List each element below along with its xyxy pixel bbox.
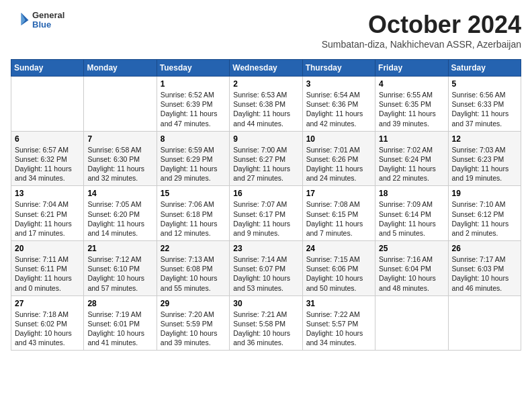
day-info: Sunrise: 6:53 AM Sunset: 6:38 PM Dayligh… [233, 90, 298, 128]
day-info: Sunrise: 7:22 AM Sunset: 5:57 PM Dayligh… [306, 310, 371, 348]
day-number: 10 [306, 134, 371, 144]
calendar-cell: 26Sunrise: 7:17 AM Sunset: 6:03 PM Dayli… [448, 241, 521, 296]
month-title: October 2024 [322, 11, 521, 39]
calendar-cell: 27Sunrise: 7:18 AM Sunset: 6:02 PM Dayli… [11, 295, 84, 351]
calendar-cell: 25Sunrise: 7:16 AM Sunset: 6:04 PM Dayli… [375, 241, 448, 296]
day-number: 11 [379, 134, 444, 144]
weekday-header: Thursday [302, 60, 375, 77]
day-info: Sunrise: 6:55 AM Sunset: 6:35 PM Dayligh… [379, 90, 444, 128]
day-info: Sunrise: 6:59 AM Sunset: 6:29 PM Dayligh… [161, 145, 226, 183]
day-number: 23 [233, 244, 298, 253]
day-info: Sunrise: 7:12 AM Sunset: 6:10 PM Dayligh… [87, 255, 152, 293]
subtitle: Sumbatan-diza, Nakhichevan ASSR, Azerbai… [322, 39, 521, 50]
weekday-header: Monday [84, 60, 157, 77]
calendar-cell: 20Sunrise: 7:11 AM Sunset: 6:11 PM Dayli… [11, 241, 84, 296]
day-number: 13 [15, 189, 80, 198]
calendar-cell: 30Sunrise: 7:21 AM Sunset: 5:58 PM Dayli… [230, 295, 302, 351]
day-number: 5 [452, 79, 517, 89]
day-number: 24 [306, 244, 371, 253]
calendar-week-row: 20Sunrise: 7:11 AM Sunset: 6:11 PM Dayli… [11, 241, 521, 296]
calendar-cell: 29Sunrise: 7:20 AM Sunset: 5:59 PM Dayli… [157, 295, 229, 351]
calendar-cell: 12Sunrise: 7:03 AM Sunset: 6:23 PM Dayli… [448, 131, 521, 186]
day-info: Sunrise: 7:04 AM Sunset: 6:21 PM Dayligh… [15, 199, 80, 238]
day-number: 28 [87, 299, 152, 308]
calendar-cell: 5Sunrise: 6:56 AM Sunset: 6:33 PM Daylig… [448, 77, 521, 132]
calendar-cell: 15Sunrise: 7:06 AM Sunset: 6:18 PM Dayli… [157, 186, 229, 241]
weekday-header: Tuesday [157, 60, 229, 77]
day-info: Sunrise: 7:13 AM Sunset: 6:08 PM Dayligh… [161, 255, 226, 293]
day-number: 3 [306, 79, 371, 89]
calendar-cell: 24Sunrise: 7:15 AM Sunset: 6:06 PM Dayli… [302, 241, 375, 296]
day-number: 2 [233, 79, 298, 89]
day-number: 21 [87, 244, 152, 253]
day-info: Sunrise: 6:57 AM Sunset: 6:32 PM Dayligh… [15, 145, 80, 183]
day-info: Sunrise: 7:16 AM Sunset: 6:04 PM Dayligh… [379, 255, 444, 293]
calendar-cell: 1Sunrise: 6:52 AM Sunset: 6:39 PM Daylig… [157, 77, 229, 132]
day-info: Sunrise: 7:18 AM Sunset: 6:02 PM Dayligh… [15, 310, 80, 348]
calendar-week-row: 6Sunrise: 6:57 AM Sunset: 6:32 PM Daylig… [11, 131, 521, 186]
calendar-cell: 22Sunrise: 7:13 AM Sunset: 6:08 PM Dayli… [157, 241, 229, 296]
day-info: Sunrise: 7:17 AM Sunset: 6:03 PM Dayligh… [452, 255, 517, 293]
weekday-header: Wednesday [230, 60, 302, 77]
calendar-cell: 4Sunrise: 6:55 AM Sunset: 6:35 PM Daylig… [375, 77, 448, 132]
calendar-cell: 16Sunrise: 7:07 AM Sunset: 6:17 PM Dayli… [230, 186, 302, 241]
day-info: Sunrise: 7:20 AM Sunset: 5:59 PM Dayligh… [161, 310, 226, 348]
day-info: Sunrise: 7:15 AM Sunset: 6:06 PM Dayligh… [306, 255, 371, 293]
day-number: 29 [161, 299, 226, 308]
day-number: 9 [233, 134, 298, 144]
day-number: 15 [161, 189, 226, 198]
day-info: Sunrise: 7:08 AM Sunset: 6:15 PM Dayligh… [306, 199, 371, 238]
day-number: 6 [15, 134, 80, 144]
calendar-cell: 11Sunrise: 7:02 AM Sunset: 6:24 PM Dayli… [375, 131, 448, 186]
day-number: 19 [452, 189, 517, 198]
calendar-cell: 18Sunrise: 7:09 AM Sunset: 6:14 PM Dayli… [375, 186, 448, 241]
day-info: Sunrise: 7:09 AM Sunset: 6:14 PM Dayligh… [379, 199, 444, 238]
day-info: Sunrise: 7:14 AM Sunset: 6:07 PM Dayligh… [233, 255, 298, 293]
calendar-cell: 2Sunrise: 6:53 AM Sunset: 6:38 PM Daylig… [230, 77, 302, 132]
day-info: Sunrise: 7:10 AM Sunset: 6:12 PM Dayligh… [452, 199, 517, 238]
day-number: 14 [87, 189, 152, 198]
weekday-header: Saturday [448, 60, 521, 77]
calendar-cell: 10Sunrise: 7:01 AM Sunset: 6:26 PM Dayli… [302, 131, 375, 186]
calendar-week-row: 27Sunrise: 7:18 AM Sunset: 6:02 PM Dayli… [11, 295, 521, 351]
calendar-cell: 6Sunrise: 6:57 AM Sunset: 6:32 PM Daylig… [11, 131, 84, 186]
day-number: 8 [161, 134, 226, 144]
calendar-cell: 8Sunrise: 6:59 AM Sunset: 6:29 PM Daylig… [157, 131, 229, 186]
day-info: Sunrise: 6:52 AM Sunset: 6:39 PM Dayligh… [161, 90, 226, 128]
calendar-cell [375, 295, 448, 351]
calendar-cell: 7Sunrise: 6:58 AM Sunset: 6:30 PM Daylig… [84, 131, 157, 186]
day-info: Sunrise: 6:56 AM Sunset: 6:33 PM Dayligh… [452, 90, 517, 128]
day-number: 18 [379, 189, 444, 198]
calendar-cell: 21Sunrise: 7:12 AM Sunset: 6:10 PM Dayli… [84, 241, 157, 296]
calendar-cell: 17Sunrise: 7:08 AM Sunset: 6:15 PM Dayli… [302, 186, 375, 241]
day-info: Sunrise: 7:02 AM Sunset: 6:24 PM Dayligh… [379, 145, 444, 183]
day-info: Sunrise: 6:54 AM Sunset: 6:36 PM Dayligh… [306, 90, 371, 128]
day-number: 17 [306, 189, 371, 198]
calendar-week-row: 1Sunrise: 6:52 AM Sunset: 6:39 PM Daylig… [11, 77, 521, 132]
day-info: Sunrise: 7:11 AM Sunset: 6:11 PM Dayligh… [15, 255, 80, 293]
day-number: 25 [379, 244, 444, 253]
calendar-cell [11, 77, 84, 132]
calendar-cell: 19Sunrise: 7:10 AM Sunset: 6:12 PM Dayli… [448, 186, 521, 241]
day-info: Sunrise: 7:07 AM Sunset: 6:17 PM Dayligh… [233, 199, 298, 238]
calendar-cell [84, 77, 157, 132]
calendar-week-row: 13Sunrise: 7:04 AM Sunset: 6:21 PM Dayli… [11, 186, 521, 241]
calendar-cell: 23Sunrise: 7:14 AM Sunset: 6:07 PM Dayli… [230, 241, 302, 296]
day-info: Sunrise: 7:21 AM Sunset: 5:58 PM Dayligh… [233, 310, 298, 348]
day-info: Sunrise: 7:05 AM Sunset: 6:20 PM Dayligh… [87, 199, 152, 238]
calendar-cell: 3Sunrise: 6:54 AM Sunset: 6:36 PM Daylig… [302, 77, 375, 132]
logo-icon [11, 11, 30, 30]
day-info: Sunrise: 6:58 AM Sunset: 6:30 PM Dayligh… [87, 145, 152, 183]
day-number: 22 [161, 244, 226, 253]
day-number: 16 [233, 189, 298, 198]
day-info: Sunrise: 7:01 AM Sunset: 6:26 PM Dayligh… [306, 145, 371, 183]
day-number: 31 [306, 299, 371, 308]
calendar-cell: 14Sunrise: 7:05 AM Sunset: 6:20 PM Dayli… [84, 186, 157, 241]
logo-blue-text: Blue [32, 20, 64, 30]
logo: General Blue [11, 11, 64, 30]
weekday-header: Sunday [11, 60, 84, 77]
day-info: Sunrise: 7:03 AM Sunset: 6:23 PM Dayligh… [452, 145, 517, 183]
day-number: 4 [379, 79, 444, 89]
calendar-cell: 13Sunrise: 7:04 AM Sunset: 6:21 PM Dayli… [11, 186, 84, 241]
weekday-header: Friday [375, 60, 448, 77]
